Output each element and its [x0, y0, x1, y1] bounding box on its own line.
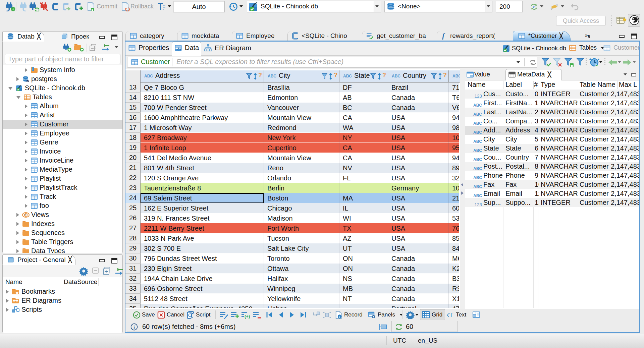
svg-text:(+): (+) — [245, 314, 250, 319]
svg-text:T: T — [449, 312, 453, 318]
svg-text:i: i — [133, 325, 135, 330]
svg-text:i: i — [339, 315, 340, 319]
svg-text:f: f — [442, 32, 445, 40]
